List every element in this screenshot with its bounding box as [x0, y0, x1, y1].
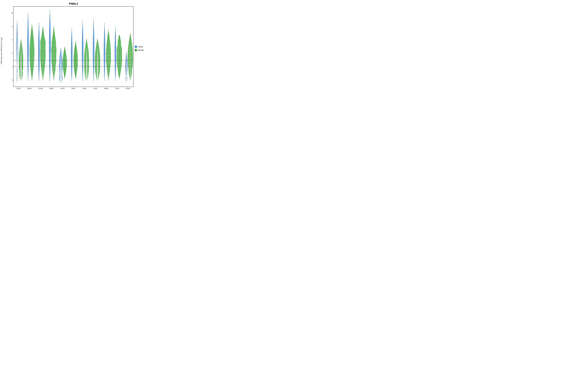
svg-point-36 — [17, 75, 17, 75]
svg-point-350 — [93, 70, 94, 71]
svg-point-178 — [50, 74, 51, 74]
svg-point-130 — [38, 70, 39, 71]
x-label-blca: BLCA — [13, 87, 24, 92]
svg-point-493 — [130, 50, 130, 50]
svg-point-441 — [115, 53, 115, 54]
svg-point-483 — [126, 57, 126, 57]
svg-point-77 — [28, 40, 29, 40]
svg-point-251 — [71, 28, 71, 29]
svg-point-89 — [27, 78, 28, 79]
x-label-ucec: UCEC — [123, 87, 134, 92]
svg-point-455 — [119, 63, 119, 64]
svg-point-24 — [17, 25, 17, 26]
svg-point-307 — [86, 39, 86, 39]
svg-point-49 — [21, 78, 22, 79]
svg-point-228 — [64, 53, 64, 54]
svg-point-190 — [54, 70, 54, 71]
svg-point-28 — [16, 45, 17, 46]
svg-point-310 — [87, 57, 87, 57]
svg-point-218 — [60, 53, 61, 54]
svg-point-312 — [86, 63, 86, 64]
svg-point-87 — [28, 70, 29, 71]
svg-point-496 — [130, 60, 130, 60]
legend-label-normal: Normal — [138, 49, 143, 51]
svg-point-361 — [97, 67, 97, 67]
svg-point-88 — [27, 75, 28, 75]
svg-point-343 — [93, 43, 94, 44]
svg-point-46 — [21, 72, 22, 73]
svg-point-409 — [108, 67, 108, 67]
svg-point-182 — [54, 37, 54, 37]
svg-point-393 — [104, 57, 104, 57]
svg-point-260 — [71, 70, 71, 71]
svg-point-123 — [39, 43, 40, 44]
svg-point-396 — [105, 67, 105, 67]
plot-area — [13, 6, 134, 87]
svg-point-44 — [21, 50, 21, 50]
svg-point-75 — [27, 23, 28, 23]
svg-point-126 — [38, 57, 39, 57]
violin-svg — [14, 7, 133, 87]
svg-point-271 — [76, 74, 76, 74]
svg-point-357 — [97, 53, 97, 54]
svg-point-252 — [71, 43, 71, 44]
svg-point-296 — [83, 30, 83, 30]
svg-point-261 — [71, 74, 72, 74]
svg-point-221 — [61, 63, 62, 64]
svg-point-266 — [76, 57, 76, 57]
svg-point-456 — [119, 67, 119, 67]
svg-point-390 — [104, 47, 104, 47]
svg-point-306 — [83, 77, 83, 77]
svg-point-399 — [104, 77, 104, 77]
x-label-kirc: KIRC — [68, 87, 79, 92]
svg-point-30 — [17, 53, 18, 54]
svg-point-398 — [104, 74, 104, 74]
svg-point-90 — [31, 25, 32, 25]
y-axis-ticks: 10 8 6 4 2 0 — [9, 6, 13, 87]
svg-point-169 — [50, 43, 51, 44]
svg-point-122 — [38, 40, 39, 40]
svg-point-394 — [104, 60, 104, 60]
svg-point-40 — [16, 80, 17, 80]
svg-point-489 — [127, 77, 127, 77]
legend-box-tumor — [135, 46, 137, 48]
svg-point-446 — [115, 70, 115, 71]
svg-point-339 — [94, 19, 94, 20]
svg-point-227 — [65, 50, 65, 50]
svg-point-358 — [97, 57, 97, 57]
svg-point-439 — [115, 47, 116, 47]
svg-point-224 — [61, 74, 61, 74]
svg-point-344 — [94, 47, 95, 47]
svg-point-295 — [82, 21, 83, 22]
svg-point-485 — [127, 63, 127, 64]
svg-point-309 — [87, 53, 87, 54]
svg-point-35 — [17, 71, 18, 72]
svg-point-160 — [50, 10, 51, 11]
svg-point-442 — [116, 57, 116, 57]
svg-point-163 — [49, 23, 50, 24]
svg-point-500 — [130, 74, 130, 74]
legend-label-tumor: Tumor — [138, 46, 143, 48]
legend-item-tumor: Tumor — [135, 46, 145, 48]
x-label-brca: BRCA — [24, 87, 35, 92]
svg-point-83 — [28, 60, 29, 60]
svg-point-364 — [98, 77, 98, 77]
svg-point-487 — [126, 70, 126, 71]
x-label-luad: LUAD — [79, 87, 90, 92]
svg-point-42 — [21, 39, 22, 40]
svg-point-263 — [76, 41, 76, 42]
svg-point-482 — [126, 52, 126, 52]
svg-point-314 — [87, 70, 87, 71]
svg-point-360 — [98, 63, 98, 64]
chart-title: PIWIL2 — [69, 2, 78, 5]
svg-point-302 — [83, 63, 83, 64]
svg-point-86 — [28, 67, 29, 67]
svg-point-164 — [50, 26, 50, 27]
svg-point-192 — [53, 77, 53, 77]
svg-point-95 — [32, 74, 32, 74]
svg-point-311 — [87, 60, 87, 60]
svg-point-23 — [17, 21, 17, 22]
svg-point-185 — [54, 50, 55, 50]
svg-point-91 — [31, 30, 32, 30]
x-label-coad: COAD — [35, 87, 46, 92]
